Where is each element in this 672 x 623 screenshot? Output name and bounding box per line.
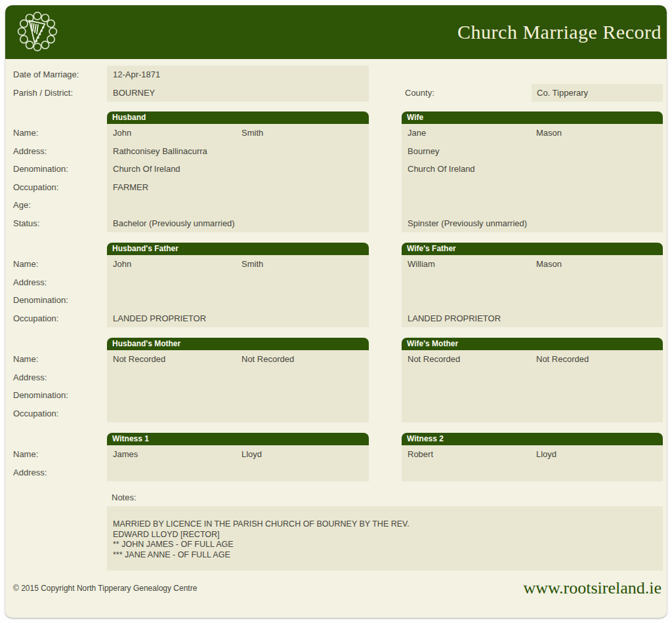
wife-section: Wife Jane Mason Bourney Church Of Irelan…: [402, 111, 663, 232]
husband-father-occupation: LANDED PROPRIETOR: [107, 310, 369, 328]
husband-mother-section: Husband's Mother Not Recorded Not Record…: [107, 338, 369, 422]
notes-line: ** JOHN JAMES - OF FULL AGE: [113, 540, 656, 550]
page-title: Church Marriage Record: [457, 5, 662, 59]
wife-mother-denomination: [402, 386, 663, 405]
husband-father-section: Husband's Father John Smith LANDED PROPR…: [107, 243, 369, 327]
notes-line: MARRIED BY LICENCE IN THE PARISH CHURCH …: [113, 519, 656, 530]
wife-mother-address: [402, 369, 663, 387]
wife-father-name-row: William Mason: [402, 255, 663, 273]
wife-father-header: Wife's Father: [402, 243, 663, 255]
husband-father-first-name: John: [113, 259, 242, 269]
label-denomination: Denomination:: [13, 386, 107, 405]
witness2-first-name: Robert: [408, 449, 536, 459]
label-denomination: Denomination:: [13, 291, 107, 310]
copyright-text: © 2015 Copyright North Tipperary Genealo…: [13, 584, 197, 593]
label-name: Name:: [13, 255, 107, 273]
wife-age: [402, 196, 663, 214]
witness1-address: [107, 464, 369, 482]
label-occupation: Occupation:: [13, 405, 107, 423]
husband-mother-address: [107, 369, 369, 387]
label-denomination: Denomination:: [13, 160, 107, 178]
wife-first-name: Jane: [408, 128, 536, 138]
witness1-name-row: James Lloyd: [107, 445, 369, 464]
fathers-band: Name: Address: Denomination: Occupation:…: [13, 243, 667, 327]
harp-logo-icon: [17, 11, 58, 52]
wife-mother-section: Wife's Mother Not Recorded Not Recorded: [402, 338, 663, 422]
wife-father-occupation: LANDED PROPRIETOR: [402, 310, 663, 328]
witness2-address: [402, 464, 663, 482]
wife-status: Spinster (Previously unmarried): [402, 214, 663, 233]
husband-mother-name-row: Not Recorded Not Recorded: [107, 350, 369, 369]
husband-father-name-row: John Smith: [107, 255, 369, 273]
label-status: Status:: [13, 214, 107, 233]
parent-field-labels: Name: Address: Denomination: Occupation:: [13, 243, 107, 327]
witness-field-labels: Name: Address:: [13, 433, 107, 481]
label-county: County:: [405, 84, 434, 102]
mothers-band: Name: Address: Denomination: Occupation:…: [13, 338, 667, 422]
label-name: Name:: [13, 350, 107, 369]
person-field-labels: Name: Address: Denomination: Occupation:…: [13, 111, 107, 232]
husband-mother-header: Husband's Mother: [107, 338, 369, 350]
husband-father-address: [107, 273, 369, 292]
wife-mother-header: Wife's Mother: [402, 338, 663, 350]
witness2-section: Witness 2 Robert Lloyd: [402, 433, 663, 481]
wife-section-header: Wife: [402, 111, 663, 124]
wife-mother-occupation: [402, 405, 663, 423]
husband-father-denomination: [107, 291, 369, 310]
wife-mother-first-name: Not Recorded: [408, 354, 536, 364]
page-footer: © 2015 Copyright North Tipperary Genealo…: [5, 571, 667, 618]
husband-occupation: FARMER: [107, 178, 369, 197]
wife-father-first-name: William: [408, 259, 536, 269]
parent-field-labels: Name: Address: Denomination: Occupation:: [13, 338, 107, 422]
label-occupation: Occupation:: [13, 310, 107, 328]
wife-address: Bourney: [402, 142, 663, 161]
husband-address: Rathconisey Ballinacurra: [107, 142, 369, 161]
wife-father-section: Wife's Father William Mason LANDED PROPR…: [402, 243, 663, 327]
husband-father-last-name: Smith: [242, 259, 369, 269]
label-address: Address:: [13, 142, 107, 161]
husband-status: Bachelor (Previously unmarried): [107, 214, 369, 233]
husband-mother-occupation: [107, 405, 369, 423]
top-fields: Date of Marriage: Parish / District: 12-…: [13, 66, 667, 102]
page-header: Church Marriage Record: [5, 5, 667, 59]
label-name: Name:: [13, 445, 107, 464]
label-address: Address:: [13, 273, 107, 292]
notes-label: Notes:: [112, 492, 667, 503]
wife-mother-last-name: Not Recorded: [536, 354, 663, 364]
husband-section: Husband John Smith Rathconisey Ballinacu…: [107, 111, 369, 232]
witness1-first-name: James: [113, 449, 242, 459]
witness2-header: Witness 2: [402, 433, 663, 445]
husband-mother-last-name: Not Recorded: [242, 354, 369, 364]
husband-age: [107, 196, 369, 214]
husband-name-row: John Smith: [107, 124, 369, 142]
husband-section-header: Husband: [107, 111, 369, 124]
label-age: Age:: [13, 196, 107, 214]
website-link[interactable]: www.rootsireland.ie: [523, 578, 662, 598]
wife-occupation: [402, 178, 663, 197]
label-address: Address:: [13, 464, 107, 482]
wife-last-name: Mason: [536, 128, 663, 138]
label-occupation: Occupation:: [13, 178, 107, 197]
label-name: Name:: [13, 124, 107, 142]
husband-father-header: Husband's Father: [107, 243, 369, 255]
witness1-section: Witness 1 James Lloyd: [107, 433, 369, 481]
wife-name-row: Jane Mason: [402, 124, 663, 142]
witness1-last-name: Lloyd: [242, 449, 369, 459]
husband-last-name: Smith: [242, 128, 369, 138]
date-of-marriage-value: 12-Apr-1871: [107, 66, 369, 84]
husband-mother-first-name: Not Recorded: [113, 354, 242, 364]
witness1-header: Witness 1: [107, 433, 369, 445]
witness2-name-row: Robert Lloyd: [402, 445, 663, 464]
witnesses-band: Name: Address: Witness 1 James Lloyd Wit…: [13, 433, 667, 481]
wife-father-last-name: Mason: [536, 259, 663, 269]
parish-district-value: BOURNEY: [107, 84, 369, 102]
record-page: Church Marriage Record Date of Marriage:…: [5, 5, 667, 618]
wife-mother-name-row: Not Recorded Not Recorded: [402, 350, 663, 369]
husband-mother-denomination: [107, 386, 369, 405]
husband-first-name: John: [113, 128, 242, 138]
husband-denomination: Church Of Ireland: [107, 160, 369, 178]
notes-line: *** JANE ANNE - OF FULL AGE: [113, 550, 656, 561]
notes-box: MARRIED BY LICENCE IN THE PARISH CHURCH …: [107, 506, 663, 571]
witness2-last-name: Lloyd: [536, 449, 663, 459]
notes-line: EDWARD LLOYD [RECTOR]: [113, 530, 656, 540]
